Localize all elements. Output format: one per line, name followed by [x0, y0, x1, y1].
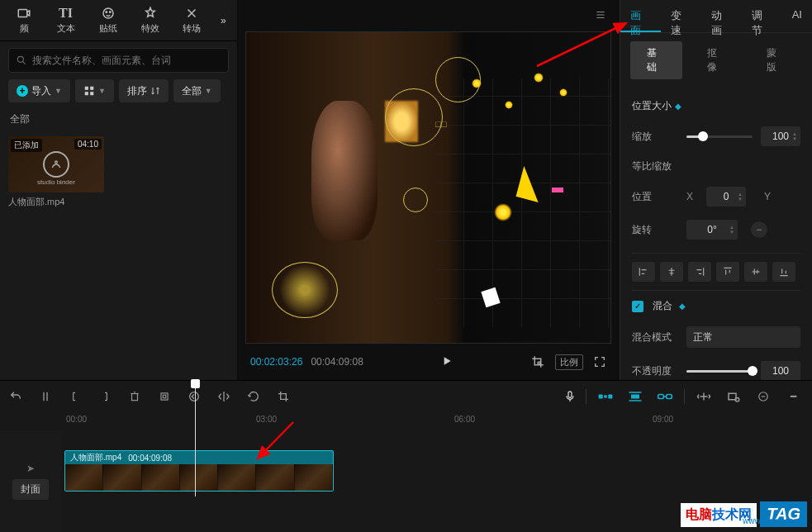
align-hcenter-icon[interactable]: [660, 262, 683, 282]
tab-effects[interactable]: 特效: [131, 2, 169, 39]
tab-video[interactable]: 频: [5, 2, 44, 39]
crop-icon[interactable]: [530, 354, 545, 369]
subtab-cutout[interactable]: 抠像: [691, 41, 743, 79]
time-ruler[interactable]: 00:00 03:00 06:00 09:00: [0, 412, 812, 430]
position-label: 位置: [632, 190, 678, 204]
zoom-out-button[interactable]: [753, 388, 774, 405]
text-icon: TI: [59, 6, 74, 21]
rotation-input[interactable]: 0°▲▼: [686, 220, 738, 240]
search-box[interactable]: [8, 48, 229, 73]
filter-all-button[interactable]: 全部▼: [173, 79, 221, 102]
svg-rect-5: [85, 87, 88, 90]
alignment-toolbar: [632, 253, 800, 291]
import-button[interactable]: +导入▼: [8, 79, 70, 102]
total-time: 00:04:09:08: [311, 356, 363, 368]
freeze-button[interactable]: [157, 390, 172, 403]
tab-transition[interactable]: 转场: [173, 2, 211, 39]
tab-picture[interactable]: 画面: [620, 0, 661, 32]
preview-canvas[interactable]: □□: [245, 31, 611, 344]
blend-mode-label: 混合模式: [632, 330, 678, 344]
undo-button[interactable]: [8, 390, 23, 403]
category-label: 全部: [0, 109, 237, 130]
tab-text[interactable]: TI文本: [47, 2, 86, 39]
plus-icon: +: [17, 85, 28, 97]
position-size-header[interactable]: 位置大小◆: [632, 91, 800, 120]
svg-point-23: [735, 398, 739, 402]
scale-slider[interactable]: [686, 135, 753, 138]
crop-button[interactable]: [276, 390, 291, 403]
grid-overlay: [435, 78, 610, 327]
magnet-track-button[interactable]: [624, 388, 646, 405]
keyframe-diamond-icon[interactable]: ◆: [679, 302, 686, 311]
search-icon: [16, 55, 27, 66]
blend-header[interactable]: ✓ 混合◆: [632, 291, 800, 320]
playhead[interactable]: [195, 381, 196, 496]
svg-point-1: [103, 8, 113, 18]
opacity-slider[interactable]: [686, 370, 753, 373]
clip-duration: 00:04:09:08: [128, 454, 172, 463]
svg-rect-21: [667, 395, 672, 399]
svg-rect-19: [631, 395, 639, 399]
tab-animation[interactable]: 动画: [701, 0, 742, 32]
trim-right-button[interactable]: [97, 390, 112, 403]
rotation-label: 旋转: [632, 223, 678, 237]
split-button[interactable]: [38, 390, 53, 403]
tab-sticker[interactable]: 贴纸: [88, 2, 127, 39]
svg-rect-12: [161, 393, 168, 400]
current-time: 00:02:03:26: [250, 356, 302, 368]
play-button[interactable]: [440, 354, 453, 370]
align-right-icon[interactable]: [688, 262, 711, 282]
tab-speed[interactable]: 变速: [661, 0, 701, 32]
watermark: 电脑技术网 www.tagxp.com TAG: [681, 501, 807, 527]
svg-point-3: [109, 12, 111, 13]
rotate-button[interactable]: [246, 390, 261, 403]
align-left-icon[interactable]: [632, 262, 655, 282]
reverse-button[interactable]: [187, 390, 202, 403]
sort-button[interactable]: 排序: [119, 79, 169, 102]
timeline-toolbar: ━: [0, 381, 812, 412]
layout-button[interactable]: ▼: [75, 79, 114, 102]
duration-badge: 04:10: [74, 139, 102, 150]
preview-menu-button[interactable]: [593, 9, 608, 23]
position-x-input[interactable]: 0▲▼: [706, 187, 746, 207]
preview-panel: □□ 00:02:03:26 00:04:09:08 比例: [239, 0, 618, 380]
svg-rect-11: [132, 394, 138, 401]
keyframe-diamond-icon[interactable]: ◆: [675, 102, 681, 111]
scale-value[interactable]: 100▲▼: [761, 126, 800, 146]
delete-button[interactable]: [127, 390, 142, 403]
expand-tabs-button[interactable]: »: [215, 12, 232, 30]
svg-point-10: [538, 362, 540, 364]
search-input[interactable]: [32, 55, 221, 66]
zoom-timeline-button[interactable]: [723, 388, 744, 405]
link-button[interactable]: [654, 388, 676, 405]
preview-cut-button[interactable]: [693, 388, 715, 405]
ratio-button[interactable]: 比例: [555, 354, 583, 370]
fullscreen-icon[interactable]: [593, 355, 606, 368]
rotation-reset-button[interactable]: −: [751, 221, 767, 238]
mic-button[interactable]: [563, 390, 577, 403]
svg-point-2: [106, 12, 107, 13]
align-top-icon[interactable]: [716, 262, 739, 282]
cover-arrow-icon[interactable]: ➤: [26, 463, 35, 474]
align-bottom-icon[interactable]: [772, 262, 795, 282]
tab-adjust[interactable]: 调节: [742, 0, 782, 32]
opacity-value[interactable]: 100: [761, 361, 800, 380]
scale-label: 缩放: [632, 130, 678, 144]
cover-button[interactable]: 封面: [12, 479, 49, 500]
svg-rect-7: [85, 92, 88, 95]
tab-ai[interactable]: AI: [782, 0, 812, 32]
magnet-main-button[interactable]: [595, 388, 616, 405]
svg-rect-22: [729, 393, 736, 400]
media-thumbnail[interactable]: 已添加 04:10 studio binder 人物面部.mp4: [8, 136, 104, 208]
subtab-mask[interactable]: 蒙版: [750, 41, 802, 79]
video-clip[interactable]: 人物面部.mp400:04:09:08: [64, 450, 334, 492]
align-vcenter-icon[interactable]: [744, 262, 767, 282]
clip-name: 人物面部.mp4: [70, 452, 121, 463]
mirror-button[interactable]: [216, 390, 231, 403]
svg-rect-13: [163, 395, 166, 398]
subtab-basic[interactable]: 基础: [630, 41, 682, 79]
blend-checkbox[interactable]: ✓: [632, 301, 643, 312]
zoom-slider-handle[interactable]: ━: [782, 388, 804, 405]
blend-mode-select[interactable]: 正常: [686, 326, 800, 348]
trim-left-button[interactable]: [68, 390, 83, 403]
